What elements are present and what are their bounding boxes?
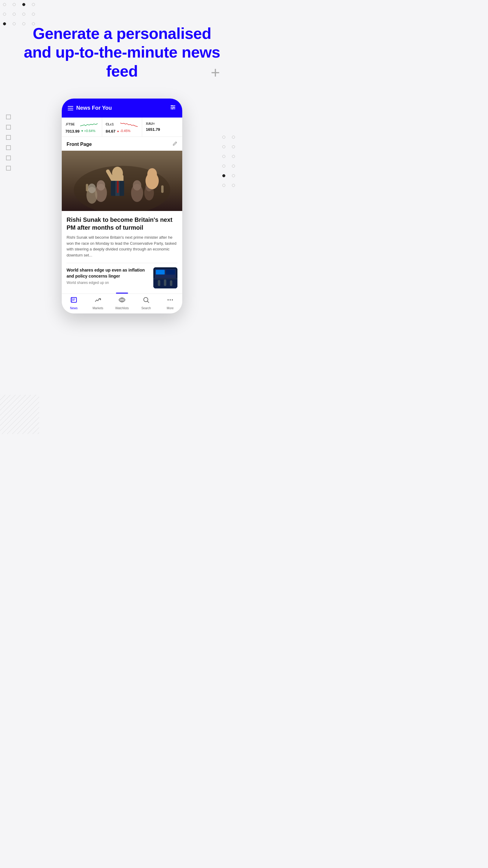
tab-more-label: More — [167, 307, 174, 310]
svg-rect-1 — [0, 395, 39, 434]
hamburger-icon[interactable] — [68, 106, 73, 110]
svg-point-7 — [172, 108, 173, 110]
tab-markets-label: Markets — [93, 307, 103, 310]
svg-point-46 — [170, 299, 171, 301]
svg-point-42 — [121, 299, 123, 301]
svg-point-6 — [173, 107, 174, 108]
filter-icon[interactable] — [170, 104, 176, 112]
ticker-price: 1651.79 — [146, 127, 160, 132]
ticker-symbol: XAU= — [146, 122, 155, 125]
article-image — [62, 151, 182, 211]
tab-watchlists[interactable]: Watchlists — [110, 296, 134, 310]
ticker-symbol: CLc1 — [106, 122, 114, 126]
svg-rect-34 — [158, 280, 160, 286]
svg-point-25 — [147, 168, 157, 180]
svg-rect-27 — [161, 185, 164, 193]
ticker-symbol: .FTSE — [65, 122, 75, 126]
search-icon — [142, 296, 150, 305]
svg-point-45 — [167, 299, 169, 301]
section-title: Front Page — [67, 142, 92, 147]
tab-search[interactable]: Search — [134, 296, 158, 310]
svg-point-23 — [88, 184, 96, 193]
tab-bar: News Markets — [62, 293, 182, 313]
phone-header: News For You — [62, 98, 182, 118]
article-summary: Rishi Sunak will become Britain's next p… — [67, 235, 177, 258]
ticker-clc1[interactable]: CLc1 84.67 ▴ -0.45% — [102, 118, 142, 136]
tab-search-label: Search — [141, 307, 151, 310]
secondary-article-text: World shares edge up even as inflation a… — [67, 267, 150, 285]
tab-news-label: News — [70, 307, 77, 310]
diagonal-decoration — [0, 395, 39, 434]
hamburger-line — [68, 110, 73, 110]
svg-rect-15 — [117, 181, 119, 193]
phone-frame: News For You .FTSE — [62, 98, 182, 313]
tab-more[interactable]: More — [158, 296, 182, 310]
phone-mockup: News For You .FTSE — [0, 98, 244, 313]
hamburger-line — [68, 108, 73, 108]
markets-icon — [94, 296, 101, 305]
main-article[interactable]: Rishi Sunak to become Britain's next PM … — [62, 151, 182, 263]
section-header: Front Page — [62, 137, 182, 151]
sparkline-ftse — [80, 121, 98, 128]
svg-line-44 — [148, 301, 149, 303]
hamburger-line — [68, 106, 73, 107]
news-icon — [70, 296, 77, 305]
svg-rect-33 — [156, 270, 164, 274]
sparkline-clc1 — [120, 121, 138, 128]
tab-news[interactable]: News — [62, 296, 86, 310]
more-icon — [167, 296, 174, 305]
watchlists-icon — [119, 296, 126, 305]
svg-point-47 — [172, 299, 173, 301]
ticker-price: 84.67 — [106, 129, 116, 133]
svg-rect-37 — [153, 278, 177, 279]
ticker-ftse[interactable]: .FTSE 7013.99 ▾ +0.64% — [62, 118, 102, 136]
ticker-price: 7013.99 — [65, 129, 79, 133]
ticker-strip: .FTSE 7013.99 ▾ +0.64% CLc1 — [62, 118, 182, 137]
hero-section: Generate a personalised and up-to-the-mi… — [0, 0, 244, 93]
secondary-image — [153, 267, 177, 288]
svg-rect-36 — [170, 280, 172, 286]
svg-rect-32 — [166, 270, 175, 275]
tab-markets[interactable]: Markets — [86, 296, 110, 310]
article-image-svg — [62, 151, 182, 211]
tab-watchlists-label: Watchlists — [115, 307, 129, 310]
secondary-headline: World shares edge up even as inflation a… — [67, 267, 150, 279]
ticker-change: ▴ -0.45% — [117, 129, 130, 133]
header-left: News For You — [68, 105, 112, 111]
header-title: News For You — [76, 105, 112, 111]
edit-icon[interactable] — [172, 141, 177, 148]
ticker-change: ▾ +0.64% — [82, 129, 96, 133]
secondary-image-svg — [153, 267, 177, 288]
svg-point-17 — [97, 180, 105, 190]
secondary-article[interactable]: World shares edge up even as inflation a… — [62, 263, 182, 293]
svg-rect-41 — [71, 298, 72, 302]
svg-point-19 — [133, 180, 141, 190]
ticker-xau[interactable]: XAU= 1651.79 — [142, 118, 182, 136]
article-content: Rishi Sunak to become Britain's next PM … — [62, 211, 182, 263]
svg-rect-35 — [164, 279, 166, 286]
svg-point-5 — [171, 105, 173, 106]
article-headline: Rishi Sunak to become Britain's next PM … — [67, 216, 177, 231]
hero-title: Generate a personalised and up-to-the-mi… — [18, 24, 226, 81]
secondary-summary: World shares edged up on — [67, 280, 150, 285]
svg-rect-26 — [86, 184, 88, 191]
